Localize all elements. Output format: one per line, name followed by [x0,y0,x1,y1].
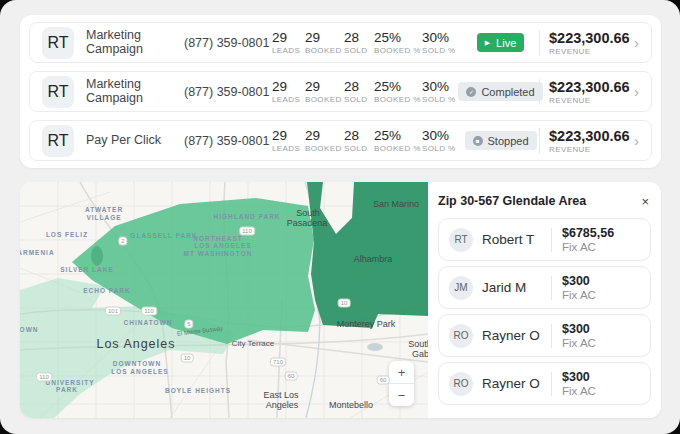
campaign-name: Marketing Campaign [86,78,184,106]
stat-value: 29 [305,30,344,45]
check-icon: ✓ [466,87,476,97]
divider [551,228,552,252]
stat-value: 25% [374,79,422,94]
map-canvas[interactable]: + − ATWATERVILLAGELOS FELIZE ARMENIAGLAS… [20,182,428,418]
lead-name: Robert T [482,232,547,247]
campaign-phone: (877) 359-0801 [184,134,272,148]
avatar: RO [449,372,473,396]
stats: 29 LEADS 29 BOOKED 28 SOLD 25% BOOKED % … [272,30,467,55]
map-card: + − ATWATERVILLAGELOS FELIZE ARMENIAGLAS… [20,182,661,418]
avatar: RT [42,76,74,108]
stat-label: LEADS [272,144,305,153]
lead-item[interactable]: RT Robert T $6785,56 Fix AC [438,218,651,261]
divider [539,30,540,56]
revenue: $223,300.66 REVENUE [549,30,631,56]
status-badge: ✓Completed [458,82,542,101]
campaign-row[interactable]: RT Pay Per Click (877) 359-0801 29 LEADS… [29,120,652,161]
revenue-value: $223,300.66 [549,30,631,46]
zoom-out-button[interactable]: − [389,384,414,406]
lead-service: Fix AC [562,385,640,397]
campaign-row[interactable]: RT Marketing Campaign (877) 359-0801 29 … [29,71,652,112]
lead-price: $300 [562,274,640,288]
lead-price: $300 [562,370,640,384]
zip-panel-title: Zip 30-567 Glendale Area [438,194,586,208]
stat-value: 29 [305,128,344,143]
app-frame: RT Marketing Campaign (877) 359-0801 29 … [0,0,680,434]
coverage-polygon-dark[interactable] [307,182,428,328]
stat-label: BOOKED % [374,46,422,55]
stat: 28 SOLD [344,30,374,55]
stat-value: 29 [272,128,305,143]
lead-price: $300 [562,322,640,336]
stat: 29 BOOKED [305,30,344,55]
stat: 30% SOLD % [422,128,467,153]
stat-label: SOLD [344,46,374,55]
lead-item[interactable]: RO Rayner O $300 Fix AC [438,314,651,357]
avatar: RT [42,27,74,59]
lead-price: $6785,56 [562,226,640,240]
stat-label: LEADS [272,46,305,55]
chevron-right-icon[interactable]: › [634,34,639,51]
avatar: RT [42,125,74,157]
stat-label: LEADS [272,95,305,104]
stat: 30% SOLD % [422,30,467,55]
chevron-right-icon[interactable]: › [634,83,639,100]
stat-value: 28 [344,79,374,94]
stat-value: 25% [374,128,422,143]
map-graphics [20,182,428,418]
avatar: RO [449,324,473,348]
stat: 28 SOLD [344,128,374,153]
play-icon: ▶ [485,39,490,47]
campaign-list: RT Marketing Campaign (877) 359-0801 29 … [20,15,661,168]
stat-value: 29 [272,30,305,45]
campaign-row[interactable]: RT Marketing Campaign (877) 359-0801 29 … [29,22,652,63]
stats: 29 LEADS 29 BOOKED 28 SOLD 25% BOOKED % … [272,128,467,153]
stat: 29 BOOKED [305,128,344,153]
close-icon[interactable]: × [639,194,651,209]
map-zoom-controls: + − [389,361,414,406]
stat: 28 SOLD [344,79,374,104]
stat: 29 LEADS [272,79,305,104]
stat: 29 LEADS [272,128,305,153]
campaign-name: Pay Per Click [86,134,184,148]
stat: 29 BOOKED [305,79,344,104]
divider [551,372,552,396]
campaign-name: Marketing Campaign [86,29,184,57]
divider [551,276,552,300]
stat-label: SOLD [344,95,374,104]
status-badge: ▶Live [477,33,525,52]
lead-name: Rayner O [482,328,547,343]
stats: 29 LEADS 29 BOOKED 28 SOLD 25% BOOKED % … [272,79,467,104]
status-badge: ■Stopped [465,131,537,150]
stat-value: 28 [344,30,374,45]
stat: 25% BOOKED % [374,30,422,55]
stat-label: BOOKED [305,95,344,104]
divider [539,79,540,105]
campaign-phone: (877) 359-0801 [184,36,272,50]
lead-name: Rayner O [482,376,547,391]
stat-label: SOLD % [422,144,467,153]
zoom-in-button[interactable]: + [389,361,414,383]
divider [539,128,540,154]
revenue-label: REVENUE [549,96,631,105]
stat-label: SOLD [344,144,374,153]
lead-service: Fix AC [562,289,640,301]
chevron-right-icon[interactable]: › [634,132,639,149]
stat-label: SOLD % [422,46,467,55]
avatar: JM [449,276,473,300]
revenue-value: $223,300.66 [549,79,631,95]
zip-lead-list: RT Robert T $6785,56 Fix AC JM Jarid M $… [438,218,651,405]
lead-item[interactable]: JM Jarid M $300 Fix AC [438,266,651,309]
lead-service: Fix AC [562,241,640,253]
revenue-label: REVENUE [549,145,631,154]
stat-value: 30% [422,128,467,143]
campaign-phone: (877) 359-0801 [184,85,272,99]
stat-value: 29 [305,79,344,94]
lead-service: Fix AC [562,337,640,349]
stat-label: BOOKED [305,144,344,153]
stat-value: 28 [344,128,374,143]
stat-label: BOOKED [305,46,344,55]
stat-label: BOOKED % [374,144,422,153]
lead-item[interactable]: RO Rayner O $300 Fix AC [438,362,651,405]
stat: 25% BOOKED % [374,128,422,153]
